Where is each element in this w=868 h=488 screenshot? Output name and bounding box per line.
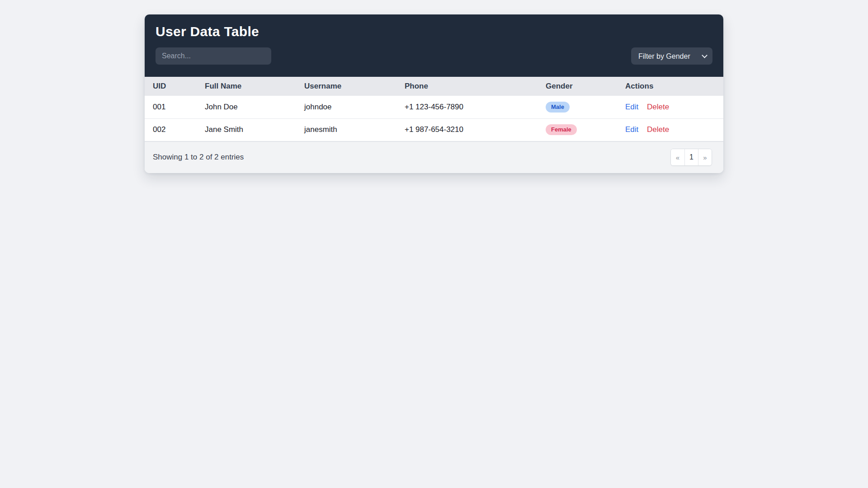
pagination: « 1 » xyxy=(670,149,712,166)
cell-username: johndoe xyxy=(296,96,396,118)
cell-fullname: John Doe xyxy=(197,96,296,118)
column-header-gender: Gender xyxy=(538,77,617,96)
cell-gender: Female xyxy=(538,118,617,141)
header-controls: Filter by Gender xyxy=(156,47,712,65)
cell-username: janesmith xyxy=(296,118,396,141)
card-footer: Showing 1 to 2 of 2 entries « 1 » xyxy=(145,141,723,173)
table-header-row: UID Full Name Username Phone Gender Acti… xyxy=(145,77,723,96)
cell-uid: 002 xyxy=(145,118,197,141)
column-header-fullname: Full Name xyxy=(197,77,296,96)
cell-actions: Edit Delete xyxy=(617,118,723,141)
column-header-actions: Actions xyxy=(617,77,723,96)
search-input[interactable] xyxy=(156,47,271,65)
gender-filter-wrap: Filter by Gender xyxy=(631,47,712,65)
user-data-card: User Data Table Filter by Gender UID Ful… xyxy=(145,14,723,173)
delete-link[interactable]: Delete xyxy=(647,103,669,111)
column-header-phone: Phone xyxy=(396,77,538,96)
pagination-page-1-button[interactable]: 1 xyxy=(684,149,698,165)
entries-status-text: Showing 1 to 2 of 2 entries xyxy=(153,153,244,162)
gender-badge-female: Female xyxy=(546,124,577,135)
table-row: 001 John Doe johndoe +1 123-456-7890 Mal… xyxy=(145,96,723,118)
pagination-prev-button[interactable]: « xyxy=(671,149,684,165)
gender-filter-select[interactable]: Filter by Gender xyxy=(631,47,712,65)
cell-uid: 001 xyxy=(145,96,197,118)
cell-phone: +1 123-456-7890 xyxy=(396,96,538,118)
page-title: User Data Table xyxy=(156,23,712,40)
delete-link[interactable]: Delete xyxy=(647,125,669,134)
cell-actions: Edit Delete xyxy=(617,96,723,118)
cell-phone: +1 987-654-3210 xyxy=(396,118,538,141)
column-header-uid: UID xyxy=(145,77,197,96)
user-table: UID Full Name Username Phone Gender Acti… xyxy=(145,77,723,141)
table-row: 002 Jane Smith janesmith +1 987-654-3210… xyxy=(145,118,723,141)
cell-fullname: Jane Smith xyxy=(197,118,296,141)
column-header-username: Username xyxy=(296,77,396,96)
gender-badge-male: Male xyxy=(546,102,570,113)
edit-link[interactable]: Edit xyxy=(625,103,638,111)
pagination-next-button[interactable]: » xyxy=(698,149,712,165)
cell-gender: Male xyxy=(538,96,617,118)
card-header: User Data Table Filter by Gender xyxy=(145,14,723,77)
edit-link[interactable]: Edit xyxy=(625,125,638,134)
